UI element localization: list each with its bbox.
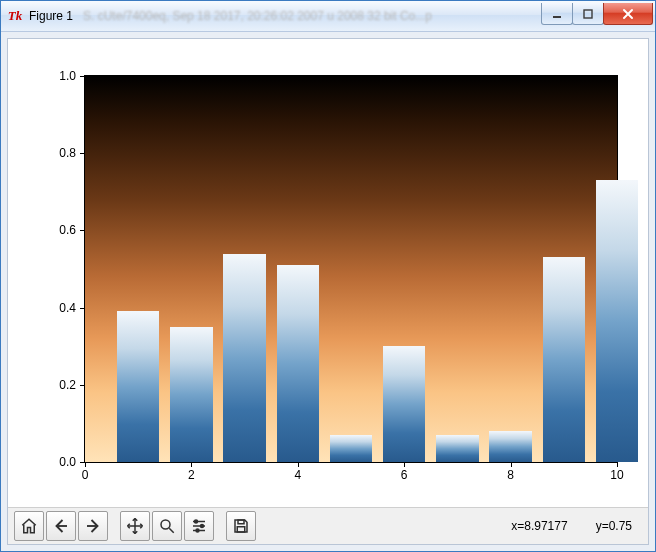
xtick-label: 4 <box>294 468 301 482</box>
ytick-label: 1.0 <box>59 69 76 83</box>
bar <box>117 311 160 462</box>
bar <box>383 346 426 462</box>
save-icon <box>232 517 250 535</box>
xtick-mark <box>617 462 618 467</box>
ytick-mark <box>80 153 85 154</box>
bar <box>596 180 639 462</box>
xtick-mark <box>85 462 86 467</box>
ytick-label: 0.4 <box>59 301 76 315</box>
zoom-button[interactable] <box>152 511 182 541</box>
xtick-label: 0 <box>82 468 89 482</box>
svg-point-3 <box>195 520 198 523</box>
bar <box>489 431 532 462</box>
axes: 0.00.20.40.60.81.00246810 <box>84 75 618 463</box>
maximize-button[interactable] <box>572 3 604 25</box>
bar <box>223 254 266 462</box>
xtick-mark <box>511 462 512 467</box>
arrow-left-icon <box>52 517 70 535</box>
cursor-coords: x=8.97177 y=0.75 <box>511 519 632 533</box>
bar <box>436 435 479 462</box>
sliders-icon <box>190 517 208 535</box>
nav-toolbar: x=8.97177 y=0.75 <box>8 507 648 544</box>
ytick-label: 0.6 <box>59 223 76 237</box>
forward-button[interactable] <box>78 511 108 541</box>
bars-layer <box>85 76 617 462</box>
ytick-label: 0.0 <box>59 455 76 469</box>
pan-button[interactable] <box>120 511 150 541</box>
home-icon <box>20 517 38 535</box>
close-button[interactable] <box>603 3 653 25</box>
bar <box>543 257 586 462</box>
window-title: Figure 1 <box>29 9 73 23</box>
svg-rect-1 <box>584 10 592 18</box>
back-button[interactable] <box>46 511 76 541</box>
ytick-mark <box>80 76 85 77</box>
bar <box>330 435 373 462</box>
xtick-label: 6 <box>401 468 408 482</box>
svg-point-4 <box>201 525 204 528</box>
background-text: S. cUte/7400eq, Sep 18 2017, 20:26:02 20… <box>79 9 536 23</box>
ytick-mark <box>80 230 85 231</box>
cursor-x: x=8.97177 <box>511 519 567 533</box>
xtick-label: 8 <box>507 468 514 482</box>
home-button[interactable] <box>14 511 44 541</box>
ytick-mark <box>80 308 85 309</box>
figure-canvas[interactable]: 0.00.20.40.60.81.00246810 <box>8 39 648 507</box>
client-area: 0.00.20.40.60.81.00246810 x=8.97177 y=0.… <box>7 38 649 545</box>
svg-point-2 <box>161 520 170 529</box>
zoom-icon <box>158 517 176 535</box>
xtick-label: 10 <box>610 468 623 482</box>
cursor-y: y=0.75 <box>596 519 632 533</box>
bar <box>170 327 213 462</box>
xtick-mark <box>404 462 405 467</box>
xtick-mark <box>191 462 192 467</box>
move-icon <box>126 517 144 535</box>
svg-rect-0 <box>553 16 561 18</box>
os-window: Tk Figure 1 S. cUte/7400eq, Sep 18 2017,… <box>0 0 656 552</box>
ytick-label: 0.8 <box>59 146 76 160</box>
svg-rect-7 <box>238 520 244 524</box>
minimize-icon <box>551 8 563 20</box>
app-icon: Tk <box>7 8 23 24</box>
ytick-mark <box>80 385 85 386</box>
maximize-icon <box>582 8 594 20</box>
xtick-mark <box>298 462 299 467</box>
arrow-right-icon <box>84 517 102 535</box>
minimize-button[interactable] <box>541 3 573 25</box>
configure-subplots-button[interactable] <box>184 511 214 541</box>
save-button[interactable] <box>226 511 256 541</box>
svg-rect-6 <box>237 527 245 532</box>
titlebar[interactable]: Tk Figure 1 S. cUte/7400eq, Sep 18 2017,… <box>1 1 655 32</box>
close-icon <box>621 8 635 20</box>
bar <box>277 265 320 462</box>
xtick-label: 2 <box>188 468 195 482</box>
ytick-label: 0.2 <box>59 378 76 392</box>
svg-point-5 <box>196 529 199 532</box>
